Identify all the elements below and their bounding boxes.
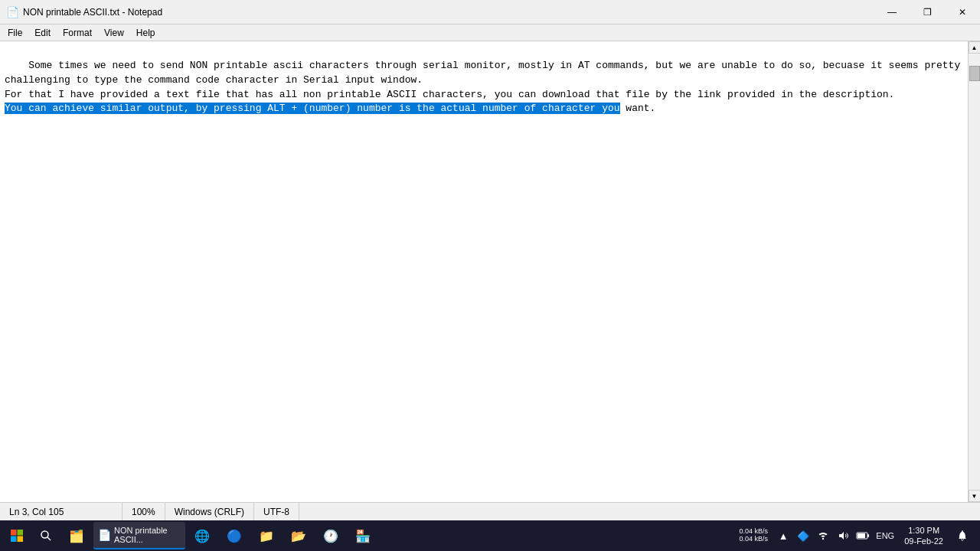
clock-tray[interactable]: 1:30 PM 09-Feb-22	[898, 522, 949, 549]
status-bar: Ln 3, Col 105 100% Windows (CRLF) UTF-8	[0, 502, 980, 520]
app-icon: 📄	[6, 6, 18, 18]
download-speed: 0.04 kB/s	[739, 536, 768, 543]
tray-date: 09-Feb-22	[904, 536, 943, 546]
svg-rect-1	[18, 530, 24, 536]
editor-area[interactable]: Some times we need to send NON printable…	[0, 41, 968, 502]
svg-line-5	[47, 537, 51, 540]
title-bar: 📄 NON printable ASCII.txt - Notepad — ❐ …	[0, 0, 980, 24]
svg-point-6	[822, 538, 824, 540]
start-button[interactable]	[3, 522, 31, 549]
scroll-thumb[interactable]	[969, 66, 980, 81]
language-tray[interactable]: ENG	[874, 522, 897, 549]
editor-line4-end: want.	[620, 103, 656, 114]
notification-button[interactable]	[951, 522, 974, 549]
volume-icon[interactable]	[834, 522, 852, 549]
status-encoding: UTF-8	[254, 503, 299, 520]
vertical-scrollbar[interactable]: ▲ ▼	[968, 41, 980, 502]
svg-rect-3	[18, 536, 24, 543]
notepad-button[interactable]: 📄 NON printable ASCII...	[93, 522, 185, 549]
window-title: NON printable ASCII.txt - Notepad	[23, 7, 162, 18]
scroll-up-arrow[interactable]: ▲	[969, 41, 981, 54]
status-line-ending: Windows (CRLF)	[165, 503, 254, 520]
taskbar-app-label: NON printable ASCII...	[114, 526, 181, 544]
taskbar: 🗂️ 📄 NON printable ASCII... 🌐 🔵 📁 📂 🕐 🏪 …	[0, 520, 980, 551]
close-button[interactable]: ✕	[945, 0, 980, 24]
status-position: Ln 3, Col 105	[0, 503, 122, 520]
search-button[interactable]	[32, 522, 60, 549]
menu-file[interactable]: File	[2, 26, 28, 40]
files-button[interactable]: 📁	[251, 522, 282, 549]
edge-button[interactable]: 🌐	[187, 522, 217, 549]
svg-rect-2	[11, 536, 17, 543]
clock-button[interactable]: 🕐	[315, 522, 346, 549]
editor-selected-text: You can achieve similar output, by press…	[5, 103, 620, 114]
network-speed-tray: 0.04 kB/s 0.04 kB/s	[734, 522, 773, 549]
svg-rect-0	[11, 530, 17, 536]
store-button[interactable]: 🏪	[348, 522, 378, 549]
show-hidden-icons[interactable]: ▲	[774, 522, 792, 549]
tray-time: 1:30 PM	[908, 525, 939, 536]
chrome-button[interactable]: 🔵	[219, 522, 250, 549]
svg-rect-11	[962, 530, 963, 532]
editor-line1: Some times we need to send NON printable…	[5, 60, 960, 100]
file-explorer-button[interactable]: 🗂️	[61, 522, 92, 549]
editor-container: Some times we need to send NON printable…	[0, 41, 980, 502]
svg-rect-9	[858, 533, 865, 538]
bluetooth-icon[interactable]: 🔷	[794, 522, 812, 549]
restore-button[interactable]: ❐	[910, 0, 945, 24]
battery-icon[interactable]	[854, 522, 872, 549]
network-icon[interactable]	[814, 522, 832, 549]
menu-edit[interactable]: Edit	[28, 26, 57, 40]
svg-point-4	[41, 531, 48, 538]
window-controls: — ❐ ✕	[874, 0, 980, 24]
scroll-down-arrow[interactable]: ▼	[969, 490, 981, 502]
minimize-button[interactable]: —	[874, 0, 910, 24]
menu-bar: File Edit Format View Help	[0, 24, 980, 41]
system-tray: 0.04 kB/s 0.04 kB/s ▲ 🔷	[731, 522, 977, 549]
folder-button[interactable]: 📂	[283, 522, 314, 549]
title-bar-left: 📄 NON printable ASCII.txt - Notepad	[6, 6, 162, 18]
menu-view[interactable]: View	[98, 26, 130, 40]
menu-help[interactable]: Help	[130, 26, 162, 40]
svg-rect-10	[867, 534, 869, 537]
svg-marker-7	[839, 532, 844, 540]
menu-format[interactable]: Format	[57, 26, 98, 40]
status-zoom: 100%	[122, 503, 165, 520]
